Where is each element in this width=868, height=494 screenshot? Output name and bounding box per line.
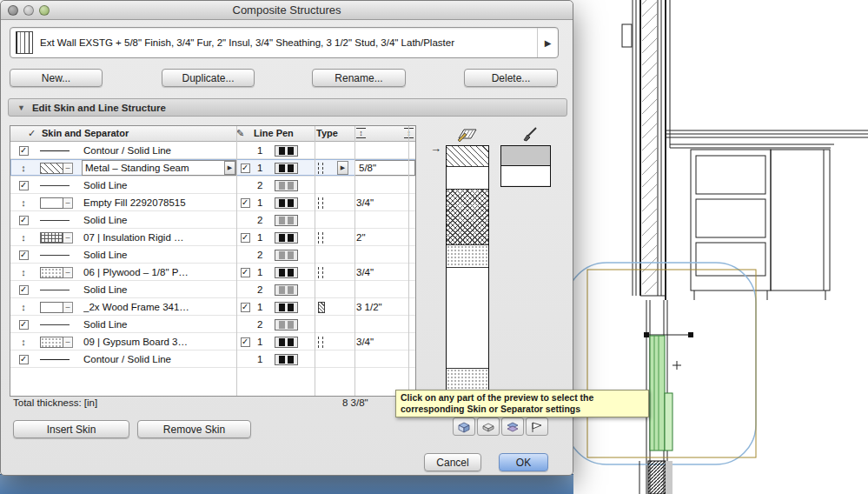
pattern-popup-segment[interactable]: – [63, 267, 73, 278]
reorder-handle-icon[interactable]: ↕ [21, 302, 26, 312]
skin-type-cell[interactable] [318, 333, 337, 350]
skin-thickness-value[interactable]: 3/4" [356, 194, 415, 211]
skin-thickness-value[interactable]: 3/4" [356, 333, 415, 350]
line-visibility-checkbox[interactable]: ✓ [241, 164, 250, 173]
preview-skin-section[interactable] [447, 268, 488, 369]
row-name[interactable]: 09 | Gypsum Board 3… [83, 333, 224, 350]
new-button[interactable]: New... [10, 69, 103, 87]
separator-visibility-checkbox[interactable]: ✓ [19, 250, 29, 260]
line-visibility-checkbox[interactable]: ✓ [241, 303, 250, 312]
line-visibility-checkbox[interactable]: ✓ [241, 233, 250, 243]
row-name[interactable]: Contour / Solid Line [83, 350, 224, 368]
line-pen-number[interactable]: 1 [257, 333, 273, 350]
pen-swatch-icon[interactable] [275, 180, 298, 191]
line-pen-number[interactable]: 1 [257, 194, 273, 211]
insert-skin-button[interactable]: Insert Skin [13, 420, 129, 438]
row-name[interactable]: _2x Wood Frame 341… [83, 298, 224, 316]
composite-section-preview[interactable] [446, 145, 489, 391]
row-name[interactable]: Solid Line [83, 281, 224, 298]
remove-skin-button[interactable]: Remove Skin [137, 420, 251, 438]
skin-pattern-swatch[interactable] [40, 232, 63, 244]
pattern-popup-segment[interactable]: – [63, 302, 73, 313]
skin-pattern-swatch[interactable] [40, 163, 63, 174]
pen-swatch-icon[interactable] [275, 145, 298, 157]
preview-tool-cube-icon[interactable] [453, 417, 475, 436]
pattern-popup-segment[interactable]: – [63, 163, 73, 174]
line-pen-number[interactable]: 2 [257, 246, 273, 264]
skin-type-cell[interactable] [318, 298, 337, 316]
pen-swatch-icon[interactable] [275, 337, 298, 348]
line-pen-number[interactable]: 1 [257, 229, 273, 246]
rename-button[interactable]: Rename... [312, 69, 406, 87]
pen-swatch-icon[interactable] [275, 232, 298, 244]
skin-pattern-swatch[interactable] [40, 302, 63, 313]
preview-skin-section[interactable] [447, 245, 488, 268]
pen-swatch-icon[interactable] [275, 267, 298, 278]
surface-preview-top[interactable] [501, 146, 550, 166]
line-visibility-checkbox[interactable]: ✓ [241, 198, 250, 208]
line-pen-number[interactable]: 2 [257, 211, 273, 229]
reorder-handle-icon[interactable]: ↕ [21, 163, 26, 173]
line-pen-number[interactable]: 1 [257, 142, 273, 159]
skin-thickness-value[interactable]: 3 1/2" [356, 298, 415, 316]
skin-name-popup-arrow-icon[interactable]: ▶ [224, 161, 235, 175]
pen-swatch-icon[interactable] [275, 250, 298, 261]
skin-pattern-swatch[interactable] [40, 267, 63, 278]
skin-type-cell[interactable] [318, 159, 337, 177]
row-name[interactable]: Solid Line [83, 211, 224, 229]
line-pen-number[interactable]: 2 [257, 177, 273, 194]
preview-skin-section[interactable] [447, 369, 488, 391]
line-pen-number[interactable]: 2 [257, 281, 273, 298]
pen-swatch-icon[interactable] [275, 163, 298, 174]
pen-swatch-icon[interactable] [275, 284, 298, 296]
preview-skin-section[interactable] [447, 190, 488, 245]
line-visibility-checkbox[interactable]: ✓ [241, 337, 250, 347]
preview-tool-layers-icon[interactable] [501, 417, 524, 436]
composite-selector[interactable]: Ext Wall EXSTG + 5/8" Finish, 3/4" Fur, … [10, 27, 559, 58]
delete-button[interactable]: Delete... [464, 69, 558, 87]
skin-thickness-value[interactable]: 3/4" [356, 264, 415, 281]
line-pen-number[interactable]: 2 [257, 316, 273, 333]
line-pen-number[interactable]: 1 [257, 264, 273, 281]
pen-swatch-icon[interactable] [275, 319, 298, 330]
reorder-handle-icon[interactable]: ↕ [21, 232, 26, 243]
type-popup-arrow-icon[interactable]: ▶ [337, 161, 348, 175]
row-name[interactable]: 06 | Plywood – 1/8" P… [83, 264, 224, 281]
skin-pattern-swatch[interactable] [40, 337, 63, 348]
pen-swatch-icon[interactable] [275, 302, 298, 313]
line-pen-number[interactable]: 1 [257, 159, 273, 177]
duplicate-button[interactable]: Duplicate... [162, 69, 255, 87]
pen-swatch-icon[interactable] [275, 215, 298, 226]
row-name[interactable]: Solid Line [83, 177, 224, 194]
window-titlebar[interactable]: Composite Structures [1, 1, 573, 20]
row-name[interactable]: Empty Fill 2292078515 [83, 194, 224, 211]
preview-tool-eraser-icon[interactable] [477, 417, 500, 436]
reorder-handle-icon[interactable]: ↕ [21, 337, 26, 347]
line-visibility-checkbox[interactable]: ✓ [241, 268, 250, 277]
preview-skin-section[interactable] [447, 146, 488, 167]
cancel-button[interactable]: Cancel [424, 453, 481, 471]
skin-pattern-swatch[interactable] [40, 197, 63, 209]
row-name[interactable]: 07 | Insulation Rigid … [83, 229, 224, 246]
ok-button[interactable]: OK [499, 453, 548, 471]
reorder-handle-icon[interactable]: ↕ [21, 197, 26, 208]
pattern-popup-segment[interactable]: – [63, 197, 73, 209]
skin-type-cell[interactable] [318, 194, 337, 211]
separator-visibility-checkbox[interactable]: ✓ [19, 181, 29, 190]
separator-visibility-checkbox[interactable]: ✓ [19, 146, 29, 156]
separator-visibility-checkbox[interactable]: ✓ [19, 285, 29, 295]
row-name[interactable]: Solid Line [83, 246, 224, 264]
surface-preview[interactable] [500, 145, 551, 187]
selector-popup-arrow-icon[interactable]: ▶ [537, 28, 558, 57]
edit-skin-section-header[interactable]: ▼ Edit Skin and Line Structure [8, 98, 567, 117]
pen-swatch-icon[interactable] [275, 197, 298, 209]
surface-preview-bottom[interactable] [501, 166, 550, 185]
skin-thickness-field[interactable]: 5/8" [354, 160, 415, 176]
skin-name-field[interactable]: Metal – Standing Seam▶ [82, 160, 236, 176]
preview-skin-section[interactable] [447, 167, 488, 190]
skin-thickness-value[interactable]: 2" [356, 229, 415, 246]
row-name[interactable]: Contour / Solid Line [83, 142, 224, 159]
skin-type-cell[interactable] [318, 229, 337, 246]
line-pen-number[interactable]: 1 [257, 298, 273, 316]
disclosure-triangle-icon[interactable]: ▼ [17, 103, 25, 112]
